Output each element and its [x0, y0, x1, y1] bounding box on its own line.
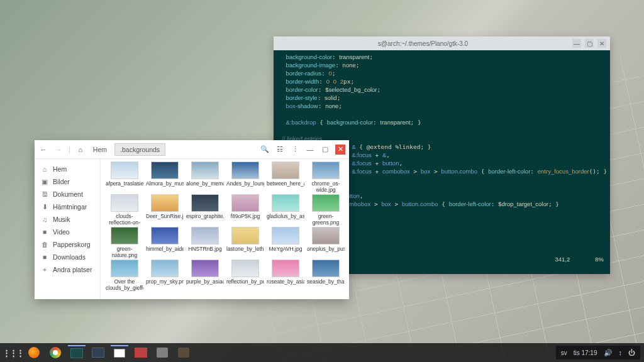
crumb-current[interactable]: .backgrounds	[114, 143, 165, 156]
sidebar-item-video[interactable]: ■Video	[35, 226, 100, 238]
sidebar-item-label: Papperskorg	[53, 241, 91, 248]
sidebar-item-hem[interactable]: ⌂Hem	[35, 163, 100, 175]
file-item[interactable]: purple_by_asiaonly.jpg	[186, 260, 224, 291]
file-item[interactable]: MeYgAVH.jpg	[267, 227, 304, 258]
file-label: prop_my_sky.png	[146, 278, 184, 291]
terminal-title: s@arch:~/.themes/Plano/gtk-3.0	[277, 40, 569, 47]
view-mode-icon[interactable]: ☷	[275, 145, 285, 155]
file-manager-window: ← → | ⌂ Hem .backgrounds 🔍 ☷ ⋮ — ▢ ✕ ⌂He…	[35, 140, 349, 299]
close-button[interactable]: ✕	[597, 39, 606, 48]
file-item[interactable]: HNSTRnB.jpg	[186, 227, 224, 258]
maximize-button[interactable]: ▢	[585, 39, 594, 48]
file-item[interactable]: seaside_by_thatonetommy.png	[307, 260, 345, 291]
network-icon[interactable]: ↕	[619, 349, 623, 356]
sidebar-item-label: Bilder	[53, 178, 70, 185]
home-icon[interactable]: ⌂	[75, 145, 86, 155]
file-item[interactable]: Andes_by_loungedy.jpg	[226, 162, 264, 193]
forward-button[interactable]: →	[53, 145, 64, 155]
file-label: clouds-reflection-on-the-beach-b...	[106, 213, 143, 226]
system-tray: sv tis 17:19 🔊 ↕ ⏻	[556, 346, 640, 359]
clock[interactable]: tis 17:19	[574, 349, 597, 356]
sidebar-item-andra-platser[interactable]: +Andra platser	[35, 263, 100, 276]
chrome-icon[interactable]	[47, 345, 64, 360]
file-item[interactable]: afpera_traslasierra_by_adn_per...	[106, 162, 143, 193]
file-item[interactable]: chrome_os-wide.jpg	[307, 162, 345, 193]
power-icon[interactable]: ⏻	[628, 349, 635, 356]
terminal-status: 341,28%	[545, 247, 604, 272]
volume-icon[interactable]: 🔊	[604, 349, 613, 357]
file-item[interactable]: lastone_by_lethalnik_art.jpg	[226, 227, 264, 258]
terminal-icon[interactable]	[68, 345, 86, 360]
file-label: Deer_SunRise.jpg	[146, 213, 184, 226]
file-thumbnail	[272, 227, 299, 244]
file-thumbnail	[272, 260, 299, 277]
sidebar-item-label: Andra platser	[53, 266, 92, 273]
minimize-button[interactable]: —	[572, 39, 581, 48]
file-item[interactable]: roseate_by_asiaonly.jpg	[267, 260, 304, 291]
file-thumbnail	[191, 227, 219, 244]
file-label: alone_by_memovaslg.png	[186, 180, 224, 193]
file-thumbnail	[111, 194, 138, 212]
file-label: MeYgAVH.jpg	[269, 246, 303, 258]
file-item[interactable]: alone_by_memovaslg.png	[186, 162, 224, 193]
keyboard-layout[interactable]: sv	[561, 349, 567, 356]
file-item[interactable]: espiro_graphite.jpg	[186, 194, 224, 226]
file-thumbnail	[111, 227, 138, 244]
file-item[interactable]: gladiolus_by_asiaonly.jpg	[267, 194, 304, 226]
sidebar-item-label: Video	[53, 228, 70, 236]
file-item[interactable]: Deer_SunRise.jpg	[146, 194, 184, 226]
code-editor-icon[interactable]	[89, 345, 107, 360]
firefox-icon[interactable]	[25, 345, 43, 360]
search-icon[interactable]: 🔍	[260, 145, 270, 155]
back-button[interactable]: ←	[38, 145, 48, 155]
text-editor-icon[interactable]	[132, 345, 150, 360]
terminal-titlebar[interactable]: s@arch:~/.themes/Plano/gtk-3.0 — ▢ ✕	[274, 36, 610, 50]
file-item[interactable]: green-nature.png	[106, 227, 143, 258]
sidebar-item-downloads[interactable]: ■Downloads	[35, 251, 100, 263]
file-thumbnail	[231, 260, 259, 277]
sidebar-item-bilder[interactable]: ▣Bilder	[35, 175, 100, 188]
app-icon-2[interactable]	[175, 345, 192, 360]
file-label: green-greens.png	[307, 213, 345, 226]
app-icon-1[interactable]	[153, 345, 171, 360]
file-item[interactable]: himmel_by_aidendrew.jpg	[146, 227, 184, 258]
file-item[interactable]: f89oP5K.jpg	[226, 194, 264, 226]
file-item[interactable]: oneplus_by_puscifer91.png	[307, 227, 345, 258]
fm-sidebar: ⌂Hem▣Bilder🖺Dokument⬇Hämtningar♫Musik■Vi…	[35, 159, 101, 299]
fm-content[interactable]: afpera_traslasierra_by_adn_per...Almora_…	[101, 159, 349, 299]
file-item[interactable]: between_here_and_there_deskt...	[267, 162, 304, 193]
file-label: lastone_by_lethalnik_art.jpg	[226, 246, 264, 258]
file-label: purple_by_asiaonly.jpg	[186, 278, 224, 291]
crumb-home[interactable]: Hem	[88, 144, 112, 155]
sidebar-item-icon: +	[41, 266, 48, 273]
maximize-button[interactable]: ▢	[320, 145, 330, 155]
file-thumbnail	[151, 227, 179, 244]
sidebar-item-dokument[interactable]: 🖺Dokument	[35, 188, 100, 200]
file-item[interactable]: Over the clouds_by_gieffe22.jpg	[106, 260, 143, 291]
file-label: oneplus_by_puscifer91.png	[307, 246, 345, 258]
file-item[interactable]: green-greens.png	[307, 194, 345, 226]
file-thumbnail	[312, 260, 340, 277]
sidebar-item-musik[interactable]: ♫Musik	[35, 213, 100, 226]
file-thumbnail	[272, 194, 299, 212]
close-button[interactable]: ✕	[335, 145, 345, 155]
file-manager-icon[interactable]	[111, 345, 128, 360]
sidebar-item-papperskorg[interactable]: 🗑Papperskorg	[35, 238, 100, 251]
file-thumbnail	[111, 162, 138, 179]
taskbar: ⋮⋮⋮	[0, 343, 644, 362]
sidebar-item-icon: ♫	[41, 216, 48, 223]
app-launcher-icon[interactable]: ⋮⋮⋮	[4, 345, 21, 360]
file-thumbnail	[191, 194, 219, 212]
menu-icon[interactable]: ⋮	[290, 145, 300, 155]
file-item[interactable]: Almora_by_mustberesult.png	[146, 162, 184, 193]
file-thumbnail	[231, 162, 259, 179]
file-item[interactable]: prop_my_sky.png	[146, 260, 184, 291]
sidebar-item-hämtningar[interactable]: ⬇Hämtningar	[35, 200, 100, 213]
minimize-button[interactable]: —	[305, 145, 315, 155]
file-label: afpera_traslasierra_by_adn_per...	[106, 180, 143, 193]
file-item[interactable]: clouds-reflection-on-the-beach-b...	[106, 194, 143, 226]
file-thumbnail	[151, 260, 179, 277]
file-item[interactable]: reflection_by_puscifer91.png	[226, 260, 264, 291]
file-thumbnail	[272, 162, 299, 179]
sidebar-item-label: Dokument	[53, 190, 83, 198]
